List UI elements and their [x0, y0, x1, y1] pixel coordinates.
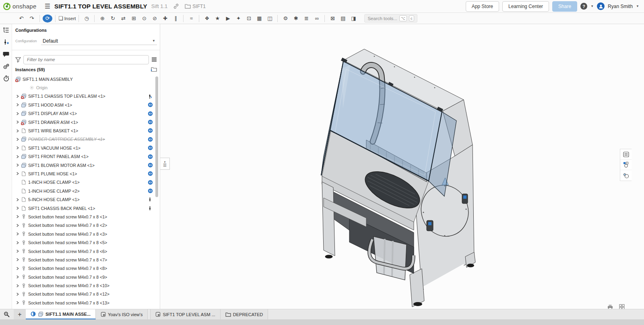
tree-row[interactable]: SIFT1.1 MAIN ASSEMBLY	[12, 75, 160, 83]
parallel-mate-icon[interactable]: ∥	[171, 14, 180, 23]
filter-input[interactable]	[23, 55, 149, 64]
folder-name[interactable]: SIFT1	[192, 4, 206, 9]
tree-row[interactable]: Socket button head screw M4x0.7 x 8 <12>	[12, 290, 160, 298]
link-icon[interactable]	[173, 3, 179, 9]
mate-icon[interactable]: ⊕	[97, 14, 107, 23]
slider-mate-icon[interactable]: ⇄	[118, 14, 128, 23]
exploded-view-icon[interactable]: ⊠	[328, 14, 337, 23]
history-icon[interactable]: ◷	[82, 14, 91, 23]
tree-row[interactable]: 1-INCH HOSE CLAMP <2>	[12, 187, 160, 195]
configuration-select[interactable]: Default ▼	[41, 37, 157, 45]
list-view-icon[interactable]	[151, 57, 157, 62]
expand-chevron-icon[interactable]	[14, 206, 20, 211]
manage-tabs-icon[interactable]	[0, 309, 14, 319]
document-tab[interactable]: DEPRECATED	[221, 309, 268, 319]
tree-row[interactable]: SIFT1 FRONT PANEL ASM <1>	[12, 152, 160, 161]
tree-row[interactable]: Socket button head screw M4x0.7 x 8 <10>	[12, 281, 160, 290]
transform-icon[interactable]: ✦	[233, 14, 243, 23]
insert-icon[interactable]: ❏Insert	[58, 14, 76, 23]
mated-indicator-icon[interactable]	[148, 154, 153, 159]
expand-chevron-icon[interactable]	[14, 162, 20, 168]
expand-chevron-icon[interactable]	[14, 214, 20, 220]
fixed-pin-icon[interactable]	[148, 94, 153, 99]
gear-relation-icon[interactable]: ⚙	[281, 14, 290, 23]
select-tool-icon[interactable]: ▶	[223, 14, 233, 23]
expand-chevron-icon[interactable]	[14, 291, 20, 297]
expand-chevron-icon[interactable]	[14, 111, 20, 116]
tree-row[interactable]: SIFT1 WIRE BASKET <1>	[12, 126, 160, 135]
pattern-icon[interactable]: ❖	[202, 14, 212, 23]
expand-chevron-icon[interactable]	[14, 300, 20, 306]
expand-chevron-icon[interactable]	[14, 283, 20, 288]
expand-chevron-icon[interactable]	[14, 93, 20, 99]
tree-row[interactable]: SIFT1 DRAWER ASM <1>	[12, 118, 160, 126]
expand-chevron-icon[interactable]	[14, 128, 20, 134]
mated-indicator-icon[interactable]	[148, 128, 153, 133]
folder-icon[interactable]	[185, 4, 191, 9]
share-button[interactable]: Share	[552, 1, 577, 12]
motion-study-icon[interactable]: ✱	[291, 14, 301, 23]
expand-chevron-icon[interactable]	[14, 231, 20, 237]
expand-chevron-icon[interactable]	[14, 171, 20, 177]
expand-chevron-icon[interactable]	[14, 265, 20, 271]
snap-mode-icon[interactable]: ≈	[186, 14, 196, 23]
expand-chevron-icon[interactable]	[14, 274, 20, 280]
replicate-icon[interactable]: ⊡	[244, 14, 254, 23]
mate-features-icon[interactable]	[0, 36, 12, 48]
expand-chevron-icon[interactable]	[14, 119, 20, 125]
tree-row[interactable]: Socket button head screw M4x0.7 x 8 <1>	[12, 212, 160, 221]
drawing-icon[interactable]: ▤	[338, 14, 348, 23]
belt-icon[interactable]: ∞	[312, 14, 322, 23]
expand-chevron-icon[interactable]	[14, 240, 20, 245]
learning-center-button[interactable]: Learning Center	[502, 1, 549, 12]
mated-indicator-icon[interactable]	[148, 171, 153, 176]
cylindrical-mate-icon[interactable]: ⊙	[139, 14, 149, 23]
graphics-area[interactable]: Top Front Right Z X ▼	[160, 24, 644, 309]
comments-icon[interactable]	[0, 48, 12, 60]
panel-scrollbar[interactable]	[155, 76, 158, 197]
mated-indicator-icon[interactable]	[148, 162, 153, 168]
onshape-logo[interactable]: onshape	[0, 3, 41, 10]
mated-indicator-icon[interactable]	[148, 180, 153, 185]
mated-indicator-icon[interactable]	[148, 119, 153, 125]
tree-row[interactable]: Socket button head screw M4x0.7 x 8 <7>	[12, 255, 160, 264]
standard-content-icon[interactable]: ★	[213, 14, 222, 23]
mate-list-flyout-handle[interactable]: ▾☰	[160, 158, 170, 170]
help-caret-icon[interactable]: ▼	[590, 4, 594, 8]
assembly-structure-icon[interactable]	[0, 24, 12, 36]
expand-chevron-icon[interactable]	[14, 222, 20, 228]
3d-model-sift-assembly[interactable]	[306, 40, 483, 310]
expand-chevron-icon[interactable]	[14, 154, 20, 159]
document-tab[interactable]: SIFT1 TOP LEVEL ASM ...	[150, 309, 220, 319]
configuration-panel-icon[interactable]	[620, 160, 632, 170]
expand-chevron-icon[interactable]	[14, 102, 20, 108]
expand-chevron-icon[interactable]	[14, 145, 20, 151]
app-store-button[interactable]: App Store	[466, 1, 499, 12]
add-tab-button[interactable]: +	[14, 309, 26, 319]
document-tab[interactable]: SIFT1.1 MAIN ASSE...	[26, 309, 96, 319]
tree-row[interactable]: SIFT1 PLUME HOSE <1>	[12, 169, 160, 178]
tree-row[interactable]: SIFT1 BLOWER MOTOR ASM <1>	[12, 161, 160, 169]
expand-chevron-icon[interactable]	[14, 257, 20, 263]
mated-indicator-icon[interactable]	[148, 111, 153, 116]
tree-row[interactable]: 1-INCH HOSE CLAMP <1>	[12, 178, 160, 187]
pin-slot-mate-icon[interactable]: ⊘	[150, 14, 159, 23]
appearance-panel-icon[interactable]	[620, 170, 632, 181]
tree-row[interactable]: Socket button head screw M4x0.7 x 8 <8>	[12, 264, 160, 273]
tree-row[interactable]: Socket button head screw M4x0.7 x 8 <3>	[12, 230, 160, 238]
tree-row[interactable]: Socket button head screw M4x0.7 x 8 <2>	[12, 221, 160, 230]
mated-indicator-icon[interactable]	[148, 102, 153, 107]
tree-row[interactable]: SIFT1 VACUUM HOSE <1>	[12, 144, 160, 152]
search-tools-input[interactable]: Search tools...⌥c	[364, 14, 417, 23]
user-avatar[interactable]	[597, 2, 605, 10]
redo-icon[interactable]: ↷	[27, 14, 37, 23]
tree-row[interactable]: SIFT1 HOOD ASM <1>	[12, 101, 160, 109]
mated-indicator-icon[interactable]	[148, 188, 153, 193]
bom-panel-icon[interactable]	[620, 149, 632, 160]
document-tab[interactable]: Yoav's ISO view's	[96, 309, 148, 319]
user-name[interactable]: Ryan Smith	[608, 4, 633, 9]
help-icon[interactable]: ?	[580, 3, 587, 10]
tree-row[interactable]: SIFT1 DISPLAY ASM <1>	[12, 109, 160, 118]
spring-icon[interactable]: ≣	[301, 14, 311, 23]
tree-row[interactable]: Socket button head screw M4x0.7 x 8 <6>	[12, 247, 160, 255]
